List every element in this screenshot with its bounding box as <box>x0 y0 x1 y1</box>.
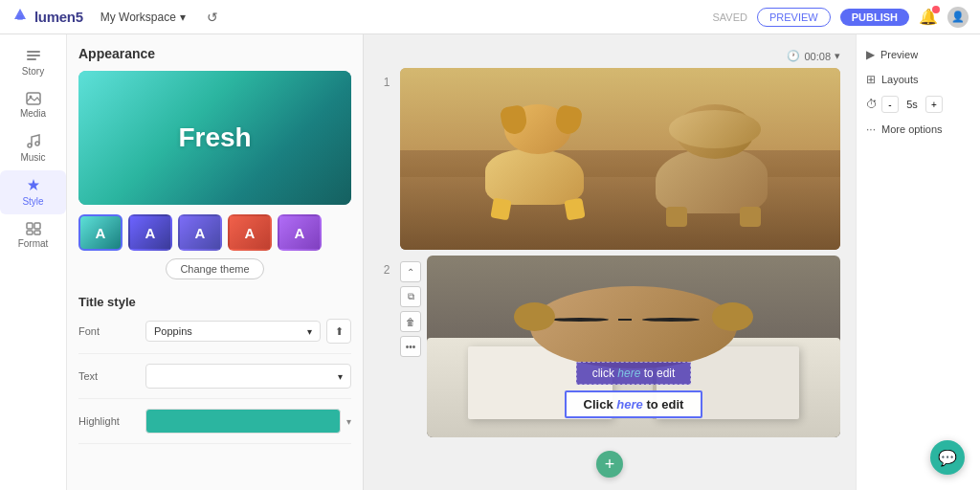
font-control: Poppins ▾ ⬆ <box>145 319 351 344</box>
right-panel: ▶ Preview ⊞ Layouts ⏱ - 5s + ··· More op… <box>856 34 980 490</box>
text-select-arrow: ▾ <box>338 371 343 382</box>
slide-number-2: 2 <box>379 256 394 277</box>
sidebar-item-format[interactable]: Format <box>0 214 66 256</box>
sidebar-item-music[interactable]: Music <box>0 126 66 170</box>
add-slide-button[interactable]: + <box>596 451 623 478</box>
delete-button[interactable]: 🗑 <box>400 311 421 332</box>
logo-text: lumen5 <box>34 9 83 25</box>
font-select-arrow: ▾ <box>307 326 312 337</box>
timer-value: 00:08 <box>804 51 831 62</box>
title-style-heading: Title style <box>78 295 351 309</box>
sidebar-item-style[interactable]: Style <box>0 170 66 214</box>
slide-number-1: 1 <box>379 68 394 89</box>
notification-dot <box>932 6 940 13</box>
sidebar-item-media[interactable]: Media <box>0 84 66 126</box>
play-icon: ▶ <box>866 48 875 61</box>
panel-title: Appearance <box>78 46 351 61</box>
highlight-control: ▾ <box>145 409 351 434</box>
duration-minus-button[interactable]: - <box>881 96 899 113</box>
svg-point-7 <box>28 144 32 147</box>
copy-button[interactable]: ⧉ <box>400 286 421 307</box>
appearance-panel: Appearance Fresh A A A A A Change theme <box>67 34 364 490</box>
preview-button[interactable]: PREVIEW <box>757 8 831 27</box>
slide-2-toolbar: ⌃ ⧉ 🗑 ••• <box>400 256 421 357</box>
story-icon <box>26 50 41 63</box>
duration-row: ⏱ - 5s + <box>862 92 974 117</box>
layouts-icon: ⊞ <box>866 73 876 86</box>
text-overlay-container: click here to edit Click here to edit <box>427 362 840 418</box>
highlight-row: Highlight ▾ <box>78 409 351 444</box>
swatch-5[interactable]: A <box>278 214 322 251</box>
font-label: Font <box>78 325 145 337</box>
text-row: Text ▾ <box>78 364 351 399</box>
chat-button[interactable]: 💬 <box>930 440 965 475</box>
svg-point-8 <box>35 142 39 145</box>
duration-plus-button[interactable]: + <box>925 96 943 113</box>
svg-rect-12 <box>34 231 40 234</box>
sidebar-label-story: Story <box>22 66 44 77</box>
add-slide-row: + <box>379 447 840 481</box>
sidebar-label-style: Style <box>22 196 43 207</box>
avatar-button[interactable]: 👤 <box>947 7 969 28</box>
logo: lumen5 <box>11 6 83 28</box>
font-upload-button[interactable]: ⬆ <box>326 319 351 344</box>
highlight-color-bar[interactable] <box>145 409 341 434</box>
click-edit-text-2[interactable]: Click here to edit <box>565 390 703 418</box>
slide-row-1: 1 <box>379 68 840 250</box>
timer-bar: 🕐 00:08 ▾ <box>379 50 840 62</box>
swatch-3[interactable]: A <box>178 214 222 251</box>
workspace-button[interactable]: My Workspace ▾ <box>95 9 191 26</box>
sidebar-item-story[interactable]: Story <box>0 42 66 84</box>
text-select[interactable]: ▾ <box>145 364 351 389</box>
text-label: Text <box>78 370 145 382</box>
undo-button[interactable]: ↺ <box>207 10 218 25</box>
svg-rect-9 <box>27 223 33 229</box>
highlight-label: Highlight <box>78 415 145 427</box>
format-icon <box>26 222 41 235</box>
theme-swatches: A A A A A <box>78 214 351 251</box>
timer-arrow: ▾ <box>835 50 840 62</box>
music-icon <box>27 134 40 149</box>
svg-rect-10 <box>34 223 40 229</box>
slide-1[interactable] <box>400 68 840 250</box>
sidebar-label-music: Music <box>20 152 45 163</box>
svg-rect-3 <box>27 55 40 56</box>
svg-rect-1 <box>17 15 23 20</box>
preview-item[interactable]: ▶ Preview <box>862 42 974 67</box>
sidebar-label-format: Format <box>18 238 49 249</box>
slide-2[interactable]: click here to edit Click here to edit <box>427 256 840 437</box>
logo-icon <box>11 6 29 28</box>
header: lumen5 My Workspace ▾ ↺ SAVED PREVIEW PU… <box>0 0 980 34</box>
style-icon <box>26 178 41 193</box>
font-select[interactable]: Poppins ▾ <box>145 321 321 342</box>
change-theme-button[interactable]: Change theme <box>166 258 263 279</box>
svg-rect-4 <box>27 58 36 60</box>
sidebar-label-media: Media <box>20 108 46 119</box>
theme-preview-card: Fresh <box>78 71 351 205</box>
more-button[interactable]: ••• <box>400 336 421 357</box>
swatch-1[interactable]: A <box>78 214 122 251</box>
saved-label: SAVED <box>713 11 747 23</box>
click-edit-text-1[interactable]: click here to edit <box>576 362 692 385</box>
more-options-item[interactable]: ··· More options <box>862 117 974 142</box>
font-row: Font Poppins ▾ ⬆ <box>78 319 351 354</box>
main-layout: Story Media Music <box>0 34 980 490</box>
media-icon <box>26 92 41 105</box>
publish-button[interactable]: PUBLISH <box>840 9 909 26</box>
layouts-item[interactable]: ⊞ Layouts <box>862 67 974 92</box>
canvas-area: 🕐 00:08 ▾ 1 <box>364 34 856 490</box>
theme-name: Fresh <box>178 122 251 153</box>
swatch-2[interactable]: A <box>128 214 172 251</box>
highlight-arrow: ▾ <box>346 416 351 427</box>
swatch-4[interactable]: A <box>228 214 272 251</box>
timer-icon: 🕐 <box>787 50 800 62</box>
timer-icon-right: ⏱ <box>866 98 878 111</box>
header-right: SAVED PREVIEW PUBLISH 🔔 👤 <box>713 7 969 28</box>
sidebar: Story Media Music <box>0 34 67 490</box>
collapse-button[interactable]: ⌃ <box>400 261 421 282</box>
slide-row-2: 2 ⌃ ⧉ 🗑 ••• <box>379 256 840 437</box>
more-options-icon: ··· <box>866 122 876 136</box>
notifications-button[interactable]: 🔔 <box>919 8 938 26</box>
svg-rect-11 <box>27 231 33 234</box>
text-control: ▾ <box>145 364 351 389</box>
